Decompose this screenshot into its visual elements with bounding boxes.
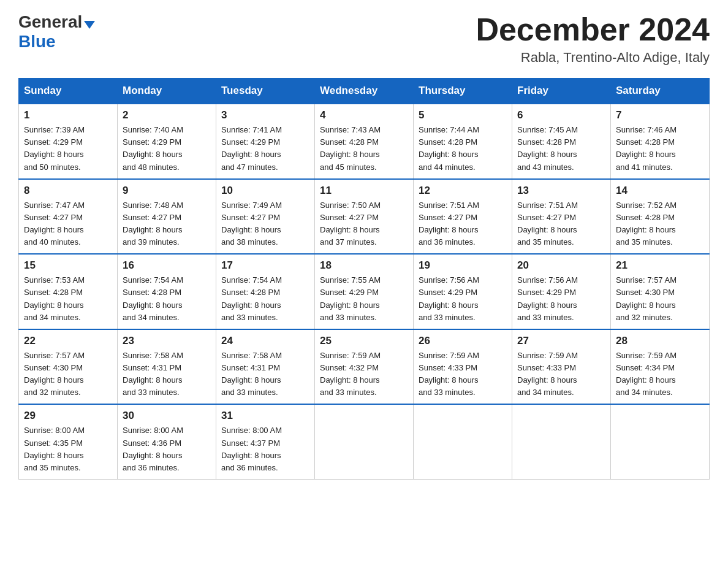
calendar-day-cell: 4Sunrise: 7:43 AM Sunset: 4:28 PM Daylig… xyxy=(315,104,414,179)
calendar-day-cell: 16Sunrise: 7:54 AM Sunset: 4:28 PM Dayli… xyxy=(118,254,216,329)
calendar-day-cell: 11Sunrise: 7:50 AM Sunset: 4:27 PM Dayli… xyxy=(315,179,414,255)
calendar-day-cell: 9Sunrise: 7:48 AM Sunset: 4:27 PM Daylig… xyxy=(118,179,216,255)
calendar-day-cell: 26Sunrise: 7:59 AM Sunset: 4:33 PM Dayli… xyxy=(414,329,512,405)
day-info: Sunrise: 7:59 AM Sunset: 4:33 PM Dayligh… xyxy=(419,350,507,399)
calendar-day-cell: 25Sunrise: 7:59 AM Sunset: 4:32 PM Dayli… xyxy=(315,329,414,405)
day-info: Sunrise: 7:52 AM Sunset: 4:28 PM Dayligh… xyxy=(616,199,704,249)
day-info: Sunrise: 7:59 AM Sunset: 4:33 PM Dayligh… xyxy=(517,350,605,399)
day-info: Sunrise: 8:00 AM Sunset: 4:37 PM Dayligh… xyxy=(221,424,309,474)
day-info: Sunrise: 8:00 AM Sunset: 4:35 PM Dayligh… xyxy=(24,424,112,474)
day-info: Sunrise: 7:39 AM Sunset: 4:29 PM Dayligh… xyxy=(24,124,112,174)
calendar-day-cell: 3Sunrise: 7:41 AM Sunset: 4:29 PM Daylig… xyxy=(216,104,315,179)
day-number: 15 xyxy=(24,259,112,272)
day-info: Sunrise: 7:45 AM Sunset: 4:28 PM Dayligh… xyxy=(517,124,605,174)
day-number: 2 xyxy=(123,109,211,121)
calendar-table: SundayMondayTuesdayWednesdayThursdayFrid… xyxy=(18,78,710,480)
calendar-day-cell: 31Sunrise: 8:00 AM Sunset: 4:37 PM Dayli… xyxy=(216,404,315,479)
day-number: 4 xyxy=(320,109,408,121)
day-number: 3 xyxy=(221,109,309,121)
day-number: 8 xyxy=(24,185,112,197)
day-number: 27 xyxy=(517,335,605,347)
day-number: 11 xyxy=(320,185,408,197)
calendar-day-cell: 7Sunrise: 7:46 AM Sunset: 4:28 PM Daylig… xyxy=(611,104,710,179)
day-number: 17 xyxy=(221,259,309,272)
calendar-day-cell: 29Sunrise: 8:00 AM Sunset: 4:35 PM Dayli… xyxy=(19,404,118,479)
day-number: 10 xyxy=(221,185,309,197)
calendar-day-cell: 10Sunrise: 7:49 AM Sunset: 4:27 PM Dayli… xyxy=(216,179,315,255)
calendar-day-cell: 2Sunrise: 7:40 AM Sunset: 4:29 PM Daylig… xyxy=(118,104,216,179)
calendar-day-cell: 27Sunrise: 7:59 AM Sunset: 4:33 PM Dayli… xyxy=(512,329,611,405)
calendar-day-cell: 24Sunrise: 7:58 AM Sunset: 4:31 PM Dayli… xyxy=(216,329,315,405)
calendar-empty-cell xyxy=(512,404,611,479)
calendar-day-cell: 6Sunrise: 7:45 AM Sunset: 4:28 PM Daylig… xyxy=(512,104,611,179)
day-number: 26 xyxy=(419,335,507,347)
calendar-empty-cell xyxy=(611,404,710,479)
day-number: 6 xyxy=(517,109,605,121)
weekday-header-monday: Monday xyxy=(118,79,216,104)
day-info: Sunrise: 7:46 AM Sunset: 4:28 PM Dayligh… xyxy=(616,124,704,174)
day-number: 28 xyxy=(616,335,704,347)
day-info: Sunrise: 8:00 AM Sunset: 4:36 PM Dayligh… xyxy=(123,424,211,474)
weekday-header-sunday: Sunday xyxy=(19,79,118,104)
day-info: Sunrise: 7:40 AM Sunset: 4:29 PM Dayligh… xyxy=(123,124,211,174)
logo: General Blue xyxy=(18,12,95,52)
calendar-day-cell: 30Sunrise: 8:00 AM Sunset: 4:36 PM Dayli… xyxy=(118,404,216,479)
day-number: 13 xyxy=(517,185,605,197)
day-info: Sunrise: 7:59 AM Sunset: 4:32 PM Dayligh… xyxy=(320,350,408,399)
day-info: Sunrise: 7:50 AM Sunset: 4:27 PM Dayligh… xyxy=(320,199,408,249)
calendar-day-cell: 28Sunrise: 7:59 AM Sunset: 4:34 PM Dayli… xyxy=(611,329,710,405)
day-info: Sunrise: 7:58 AM Sunset: 4:31 PM Dayligh… xyxy=(123,350,211,399)
weekday-header-wednesday: Wednesday xyxy=(315,79,414,104)
calendar-day-cell: 15Sunrise: 7:53 AM Sunset: 4:28 PM Dayli… xyxy=(19,254,118,329)
calendar-day-cell: 1Sunrise: 7:39 AM Sunset: 4:29 PM Daylig… xyxy=(19,104,118,179)
day-info: Sunrise: 7:55 AM Sunset: 4:29 PM Dayligh… xyxy=(320,274,408,324)
page-header: General Blue December 2024 Rabla, Trenti… xyxy=(18,12,710,66)
logo-triangle-icon xyxy=(84,21,95,29)
calendar-day-cell: 21Sunrise: 7:57 AM Sunset: 4:30 PM Dayli… xyxy=(611,254,710,329)
calendar-day-cell: 13Sunrise: 7:51 AM Sunset: 4:27 PM Dayli… xyxy=(512,179,611,255)
weekday-header-row: SundayMondayTuesdayWednesdayThursdayFrid… xyxy=(19,79,710,104)
day-info: Sunrise: 7:43 AM Sunset: 4:28 PM Dayligh… xyxy=(320,124,408,174)
calendar-day-cell: 12Sunrise: 7:51 AM Sunset: 4:27 PM Dayli… xyxy=(414,179,512,255)
day-number: 24 xyxy=(221,335,309,347)
weekday-header-saturday: Saturday xyxy=(611,79,710,104)
day-info: Sunrise: 7:51 AM Sunset: 4:27 PM Dayligh… xyxy=(419,199,507,249)
calendar-week-row: 1Sunrise: 7:39 AM Sunset: 4:29 PM Daylig… xyxy=(19,104,710,179)
day-info: Sunrise: 7:47 AM Sunset: 4:27 PM Dayligh… xyxy=(24,199,112,249)
day-number: 20 xyxy=(517,259,605,272)
day-info: Sunrise: 7:56 AM Sunset: 4:29 PM Dayligh… xyxy=(517,274,605,324)
calendar-week-row: 8Sunrise: 7:47 AM Sunset: 4:27 PM Daylig… xyxy=(19,179,710,255)
day-number: 22 xyxy=(24,335,112,347)
day-info: Sunrise: 7:59 AM Sunset: 4:34 PM Dayligh… xyxy=(616,350,704,399)
calendar-week-row: 22Sunrise: 7:57 AM Sunset: 4:30 PM Dayli… xyxy=(19,329,710,405)
day-number: 12 xyxy=(419,185,507,197)
day-info: Sunrise: 7:49 AM Sunset: 4:27 PM Dayligh… xyxy=(221,199,309,249)
day-number: 30 xyxy=(123,410,211,422)
day-info: Sunrise: 7:57 AM Sunset: 4:30 PM Dayligh… xyxy=(616,274,704,324)
day-number: 5 xyxy=(419,109,507,121)
day-info: Sunrise: 7:54 AM Sunset: 4:28 PM Dayligh… xyxy=(123,274,211,324)
day-info: Sunrise: 7:58 AM Sunset: 4:31 PM Dayligh… xyxy=(221,350,309,399)
weekday-header-thursday: Thursday xyxy=(414,79,512,104)
calendar-day-cell: 19Sunrise: 7:56 AM Sunset: 4:29 PM Dayli… xyxy=(414,254,512,329)
calendar-day-cell: 8Sunrise: 7:47 AM Sunset: 4:27 PM Daylig… xyxy=(19,179,118,255)
day-number: 9 xyxy=(123,185,211,197)
day-number: 31 xyxy=(221,410,309,422)
logo-blue-text: Blue xyxy=(18,32,56,51)
weekday-header-tuesday: Tuesday xyxy=(216,79,315,104)
day-info: Sunrise: 7:48 AM Sunset: 4:27 PM Dayligh… xyxy=(123,199,211,249)
day-number: 29 xyxy=(24,410,112,422)
day-info: Sunrise: 7:56 AM Sunset: 4:29 PM Dayligh… xyxy=(419,274,507,324)
weekday-header-friday: Friday xyxy=(512,79,611,104)
calendar-week-row: 29Sunrise: 8:00 AM Sunset: 4:35 PM Dayli… xyxy=(19,404,710,479)
day-info: Sunrise: 7:57 AM Sunset: 4:30 PM Dayligh… xyxy=(24,350,112,399)
calendar-day-cell: 17Sunrise: 7:54 AM Sunset: 4:28 PM Dayli… xyxy=(216,254,315,329)
location-title: Rabla, Trentino-Alto Adige, Italy xyxy=(476,50,710,66)
calendar-day-cell: 20Sunrise: 7:56 AM Sunset: 4:29 PM Dayli… xyxy=(512,254,611,329)
calendar-empty-cell xyxy=(414,404,512,479)
calendar-day-cell: 18Sunrise: 7:55 AM Sunset: 4:29 PM Dayli… xyxy=(315,254,414,329)
day-number: 7 xyxy=(616,109,704,121)
calendar-day-cell: 23Sunrise: 7:58 AM Sunset: 4:31 PM Dayli… xyxy=(118,329,216,405)
day-number: 25 xyxy=(320,335,408,347)
day-info: Sunrise: 7:44 AM Sunset: 4:28 PM Dayligh… xyxy=(419,124,507,174)
